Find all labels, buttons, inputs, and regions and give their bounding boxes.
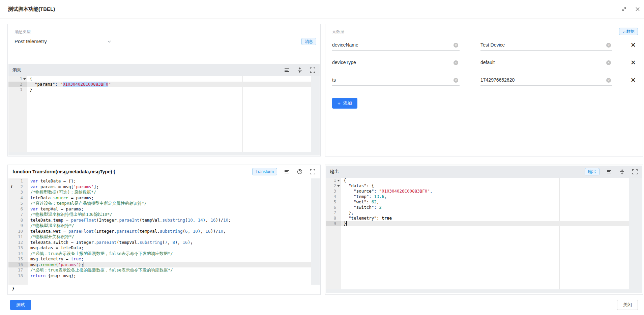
- code-line[interactable]: 13msg.datas = teleData;: [8, 245, 311, 251]
- fullscreen-exit-icon[interactable]: [619, 4, 629, 14]
- code-text[interactable]: "telemetry": true: [341, 216, 629, 221]
- code-text[interactable]: msg.remove('params');: [28, 262, 311, 268]
- scrollbar-track[interactable]: [311, 178, 320, 285]
- code-text[interactable]: /*物模型湿度标识符*/: [28, 223, 311, 229]
- clear-circle-icon[interactable]: ✕: [606, 43, 611, 48]
- code-line[interactable]: 11/*物模型开关标识符*/: [8, 234, 311, 240]
- scrollbar-track[interactable]: [311, 76, 320, 155]
- code-text[interactable]: /*物模型数据(可选)：原始数据*/: [28, 190, 311, 195]
- metadata-value-input[interactable]: [480, 75, 604, 85]
- scrollbar-track[interactable]: [629, 178, 642, 293]
- vertical-align-icon[interactable]: [619, 169, 625, 175]
- code-text[interactable]: teleData.switch = Integer.parseInt(tempV…: [28, 240, 311, 246]
- format-icon[interactable]: [606, 169, 612, 175]
- metadata-key-input[interactable]: [332, 75, 451, 85]
- code-line[interactable]: 1var teleData = {};: [8, 178, 311, 184]
- message-code-area[interactable]: 1{2 "params": "010304026C00883BF0"3}: [8, 76, 320, 155]
- code-text[interactable]: {: [27, 76, 311, 82]
- scrollbar-track[interactable]: [8, 152, 320, 155]
- close-button[interactable]: 关闭: [617, 300, 638, 310]
- code-line[interactable]: 2ivar params = msg['params'];: [8, 184, 311, 190]
- code-text[interactable]: teleData.temp = parseFloat(Integer.parse…: [28, 218, 311, 223]
- delete-row-button[interactable]: ✕: [631, 58, 636, 67]
- code-text[interactable]: var teleData = {};: [28, 178, 311, 184]
- code-text[interactable]: }: [341, 221, 629, 226]
- code-line[interactable]: 5 "wet": 62,: [326, 199, 629, 205]
- code-text[interactable]: /*必填：true表示设备上报的遥测数据，false表示命令下发的响应数据*/: [28, 267, 311, 273]
- fold-arrow-icon[interactable]: [337, 185, 340, 187]
- code-text[interactable]: "temp": 13.6,: [341, 194, 629, 199]
- format-icon[interactable]: [284, 169, 290, 175]
- code-line[interactable]: 3/*物模型数据(可选)：原始数据*/: [8, 190, 311, 195]
- code-text[interactable]: "datas": {: [341, 183, 629, 189]
- code-line[interactable]: 8 "telemetry": true: [326, 216, 629, 221]
- code-text[interactable]: /*物模型开关标识符*/: [28, 234, 311, 240]
- code-line[interactable]: 10teleData.wet = parseFloat(Integer.pars…: [8, 229, 311, 234]
- vertical-align-icon[interactable]: [297, 67, 303, 73]
- function-code-area[interactable]: 1var teleData = {};2ivar params = msg['p…: [8, 178, 320, 285]
- code-line[interactable]: 4teleData.source = params;: [8, 195, 311, 201]
- code-text[interactable]: teleData.source = params;: [28, 195, 311, 201]
- code-line[interactable]: 16msg.remove('params');: [8, 262, 311, 268]
- code-line[interactable]: 3}: [8, 87, 311, 92]
- help-icon[interactable]: [297, 169, 303, 175]
- code-text[interactable]: var params = msg['params'];: [28, 184, 311, 190]
- code-text[interactable]: }: [27, 87, 311, 92]
- metadata-key-input[interactable]: [332, 40, 451, 50]
- transform-badge[interactable]: Transform: [252, 168, 277, 175]
- code-text[interactable]: },: [341, 210, 629, 216]
- code-line[interactable]: 8teleData.temp = parseFloat(Integer.pars…: [8, 218, 311, 223]
- test-button[interactable]: 测试: [10, 300, 31, 310]
- code-line[interactable]: 6 "switch": 2: [326, 205, 629, 210]
- delete-row-button[interactable]: ✕: [631, 41, 636, 50]
- code-text[interactable]: teleData.wet = parseFloat(Integer.parseI…: [28, 229, 311, 234]
- code-line[interactable]: 6var tempVal = params;: [8, 206, 311, 212]
- add-metadata-button[interactable]: + 添加: [332, 98, 357, 109]
- metadata-badge[interactable]: 元数据: [619, 28, 638, 35]
- clear-circle-icon[interactable]: ✕: [453, 43, 458, 48]
- code-line[interactable]: 1{: [8, 76, 311, 82]
- code-line[interactable]: 14/*必填：true表示设备上报的遥测数据，false表示命令下发的响应数据*…: [8, 251, 311, 257]
- fold-arrow-icon[interactable]: [23, 78, 26, 80]
- code-text[interactable]: "source": "010304026C00883BF0",: [341, 189, 629, 194]
- clear-circle-icon[interactable]: ✕: [453, 60, 458, 65]
- code-text[interactable]: /*直连设备：tempVal是产品物模型中所定义属性的标识符*/: [28, 201, 311, 206]
- delete-row-button[interactable]: ✕: [631, 76, 636, 85]
- metadata-value-input[interactable]: [480, 57, 604, 67]
- metadata-key-input[interactable]: [332, 57, 451, 67]
- code-line[interactable]: 7/*物模型温度标识符得出的值136除以10*/: [8, 212, 311, 218]
- code-text[interactable]: msg.datas = teleData;: [28, 245, 311, 251]
- close-icon[interactable]: [633, 4, 643, 14]
- code-line[interactable]: 5/*直连设备：tempVal是产品物模型中所定义属性的标识符*/: [8, 201, 311, 206]
- fullscreen-icon[interactable]: [310, 169, 316, 175]
- code-line[interactable]: 18return {msg: msg};: [8, 273, 311, 279]
- code-text[interactable]: var tempVal = params;: [28, 206, 311, 212]
- code-line[interactable]: 17/*必填：true表示设备上报的遥测数据，false表示命令下发的响应数据*…: [8, 267, 311, 273]
- fullscreen-icon[interactable]: [310, 67, 316, 73]
- output-badge[interactable]: 输出: [585, 168, 599, 175]
- message-type-select[interactable]: Post telemetry: [14, 36, 114, 47]
- code-text[interactable]: "wet": 62,: [341, 199, 629, 205]
- code-line[interactable]: 2 "datas": {: [326, 183, 629, 189]
- message-badge[interactable]: 消息: [301, 38, 316, 45]
- code-text[interactable]: msg.telemetry = true;: [28, 256, 311, 262]
- scrollbar-track[interactable]: [326, 289, 642, 293]
- clear-circle-icon[interactable]: ✕: [606, 78, 611, 83]
- code-line[interactable]: 1{: [326, 178, 629, 183]
- code-text[interactable]: "switch": 2: [341, 205, 629, 210]
- code-line[interactable]: 2 "params": "010304026C00883BF0": [8, 82, 311, 87]
- code-text[interactable]: {: [341, 178, 629, 183]
- fullscreen-icon[interactable]: [632, 169, 638, 175]
- code-line[interactable]: 9/*物模型湿度标识符*/: [8, 223, 311, 229]
- clear-circle-icon[interactable]: ✕: [453, 78, 458, 83]
- code-text[interactable]: "params": "010304026C00883BF0": [27, 82, 311, 87]
- clear-circle-icon[interactable]: ✕: [606, 60, 611, 65]
- fold-arrow-icon[interactable]: [337, 180, 340, 181]
- output-code-area[interactable]: 1{2 "datas": {3 "source": "010304026C008…: [326, 178, 642, 293]
- code-line[interactable]: 9}: [326, 221, 629, 226]
- code-line[interactable]: 15msg.telemetry = true;: [8, 256, 311, 262]
- code-line[interactable]: 7 },: [326, 210, 629, 216]
- metadata-value-input[interactable]: [480, 40, 604, 50]
- code-line[interactable]: 3 "source": "010304026C00883BF0",: [326, 189, 629, 194]
- code-text[interactable]: return {msg: msg};: [28, 273, 311, 279]
